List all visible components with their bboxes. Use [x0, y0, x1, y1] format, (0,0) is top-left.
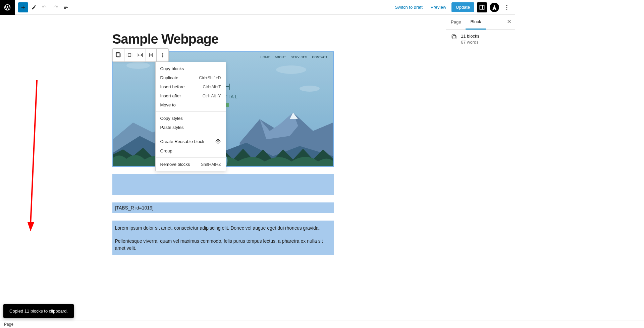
block-type-button[interactable]	[113, 49, 124, 61]
hero-nav: HOME ABOUT SERVICES CONTACT	[260, 55, 327, 59]
hero-nav-item[interactable]: CONTACT	[312, 55, 327, 59]
page-title[interactable]: Sample Webpage	[112, 32, 334, 47]
update-button[interactable]: Update	[451, 2, 474, 12]
svg-point-3	[506, 7, 507, 8]
astra-icon[interactable]	[490, 3, 499, 12]
tab-page[interactable]: Page	[446, 15, 466, 29]
menu-create-reusable[interactable]: Create Reusable block	[156, 136, 226, 146]
wp-logo[interactable]	[0, 0, 15, 15]
options-menu-button[interactable]	[502, 2, 512, 12]
copy-icon	[451, 34, 458, 40]
block-count: 11 blocks	[461, 34, 479, 39]
preview-button[interactable]: Preview	[428, 3, 449, 12]
top-toolbar: Switch to draft Preview Update	[0, 0, 515, 15]
svg-point-4	[506, 9, 507, 10]
list-view-button[interactable]	[61, 2, 71, 12]
justify-button[interactable]	[135, 49, 146, 61]
svg-point-16	[162, 53, 163, 54]
svg-marker-6	[28, 222, 34, 231]
hero-nav-item[interactable]: SERVICES	[291, 55, 307, 59]
switch-to-draft-button[interactable]: Switch to draft	[392, 3, 425, 12]
menu-remove-blocks[interactable]: Remove blocksShift+Alt+Z	[156, 160, 226, 169]
word-count: 67 words	[461, 40, 479, 45]
svg-line-5	[31, 80, 37, 225]
align-button[interactable]	[124, 49, 135, 61]
block-options-dropdown: Copy blocks DuplicateCtrl+Shift+D Insert…	[155, 62, 226, 171]
tab-block[interactable]: Block	[466, 15, 486, 30]
menu-insert-before[interactable]: Insert beforeCtrl+Alt+T	[156, 82, 226, 91]
selected-block-paragraphs[interactable]: Lorem ipsum dolor sit amet, consectetur …	[112, 221, 334, 255]
block-more-button[interactable]	[157, 49, 168, 61]
selected-block[interactable]	[112, 174, 334, 195]
paragraph: Lorem ipsum dolor sit amet, consectetur …	[115, 225, 331, 232]
paragraph: Pellentesque viverra, quam vel maximus c…	[115, 238, 331, 252]
svg-rect-0	[480, 5, 484, 9]
hero-nav-item[interactable]: ABOUT	[275, 55, 286, 59]
editor-canvas-scroll[interactable]: Sample Webpage Copy blocks DuplicateCtrl…	[0, 15, 446, 255]
svg-point-18	[162, 56, 163, 57]
menu-duplicate[interactable]: DuplicateCtrl+Shift+D	[156, 73, 226, 82]
shortcode-text: [TABS_R id=1019]	[115, 205, 154, 210]
annotation-arrow	[27, 79, 40, 233]
settings-sidebar-toggle[interactable]	[477, 2, 487, 12]
redo-button[interactable]	[50, 2, 60, 12]
svg-rect-27	[452, 35, 455, 38]
svg-point-2	[506, 5, 507, 6]
selected-block-shortcode[interactable]: [TABS_R id=1019]	[112, 202, 334, 213]
edit-mode-button[interactable]	[29, 2, 39, 12]
block-toolbar	[112, 48, 169, 62]
add-block-button[interactable]	[18, 2, 28, 12]
settings-sidebar: Page Block 11 blocks 67 words	[446, 15, 515, 255]
undo-button[interactable]	[40, 2, 50, 12]
menu-group[interactable]: Group	[156, 146, 226, 155]
block-summary: 11 blocks 67 words	[446, 30, 515, 49]
menu-copy-blocks[interactable]: Copy blocks	[156, 64, 226, 73]
menu-paste-styles[interactable]: Paste styles	[156, 123, 226, 132]
hero-nav-item[interactable]: HOME	[260, 55, 270, 59]
svg-rect-26	[453, 36, 456, 39]
close-sidebar-button[interactable]	[506, 19, 512, 25]
menu-insert-after[interactable]: Insert afterCtrl+Alt+Y	[156, 91, 226, 100]
menu-copy-styles[interactable]: Copy styles	[156, 114, 226, 123]
menu-move-to[interactable]: Move to	[156, 100, 226, 109]
width-button[interactable]	[146, 49, 157, 61]
svg-point-17	[162, 55, 163, 55]
svg-rect-9	[128, 54, 131, 56]
